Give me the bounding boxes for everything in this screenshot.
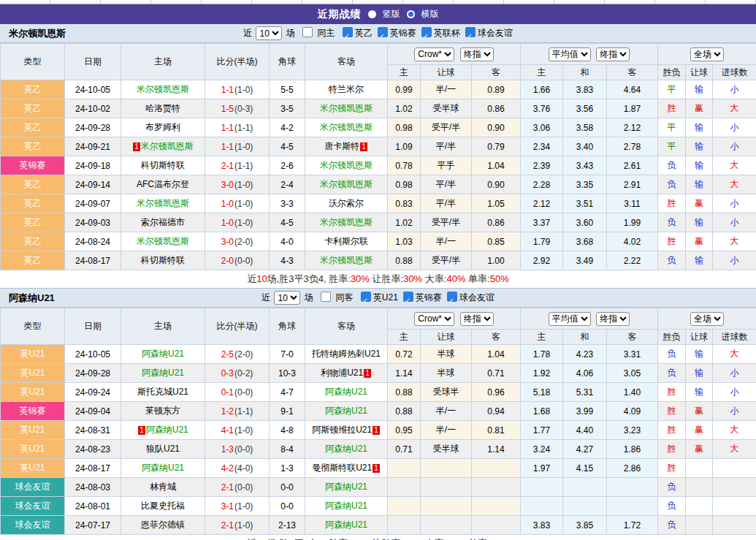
away-team-name[interactable]: 阿斯顿维拉U21 bbox=[312, 425, 372, 435]
league-checkbox[interactable] bbox=[465, 27, 476, 37]
score-cell[interactable]: 1-5(0-3) bbox=[205, 99, 270, 118]
away-team-name[interactable]: 米尔顿凯恩斯 bbox=[320, 103, 373, 113]
avg-home-odds: 3.24 bbox=[521, 440, 563, 459]
score-cell[interactable]: 4-2(4-0) bbox=[205, 459, 270, 478]
avg-draw-odds: 3.99 bbox=[563, 402, 607, 421]
home-team-name[interactable]: 米尔顿凯恩斯 bbox=[137, 84, 189, 94]
home-team-name[interactable]: 科切斯特联 bbox=[141, 160, 185, 170]
score-cell[interactable]: 2-1(0-0) bbox=[205, 478, 270, 497]
home-team-name[interactable]: 斯托克城U21 bbox=[137, 387, 188, 397]
home-team-name[interactable]: 米尔顿凯恩斯 bbox=[141, 141, 194, 151]
handicap-away-odds bbox=[472, 497, 521, 516]
home-team-name[interactable]: 索尔福德市 bbox=[141, 217, 185, 227]
score-cell[interactable]: 2-1(1-0) bbox=[205, 516, 270, 535]
home-team-name[interactable]: 阿森纳U21 bbox=[142, 349, 184, 359]
score-cell[interactable]: 3-0(2-0) bbox=[205, 232, 270, 251]
match-row: 英U2124-09-28阿森纳U210-3(0-2)10-3利物浦U2111.1… bbox=[1, 364, 756, 383]
away-team-name[interactable]: 卡利斯尔联 bbox=[324, 236, 368, 246]
home-team-name[interactable]: 狼队U21 bbox=[146, 444, 180, 454]
corners-cell: 4-7 bbox=[270, 383, 305, 402]
score-cell[interactable]: 1-1(1-1) bbox=[205, 118, 270, 137]
recent-count-select[interactable]: 10 bbox=[256, 26, 282, 40]
home-team-name[interactable]: 米尔顿凯恩斯 bbox=[137, 236, 189, 246]
home-team-name[interactable]: 阿森纳U21 bbox=[142, 368, 184, 378]
avg-away-odds: 3.05 bbox=[607, 364, 658, 383]
score-cell[interactable]: 0-3(0-2) bbox=[205, 364, 270, 383]
away-team-name[interactable]: 阿森纳U21 bbox=[325, 444, 367, 454]
score-cell[interactable]: 3-0(1-0) bbox=[205, 175, 270, 194]
home-team-name[interactable]: 莱顿东方 bbox=[145, 406, 180, 416]
league-checkbox[interactable] bbox=[447, 292, 457, 302]
home-team-name[interactable]: 比夏史托福 bbox=[141, 501, 185, 511]
league-checkbox[interactable] bbox=[403, 292, 413, 302]
avg-home-odds: 3.06 bbox=[521, 118, 563, 137]
league-checkbox[interactable] bbox=[378, 27, 388, 37]
score-cell[interactable]: 1-3(0-0) bbox=[205, 440, 270, 459]
away-team-name[interactable]: 阿森纳U21 bbox=[325, 520, 367, 530]
away-team-name[interactable]: 阿森纳U21 bbox=[325, 501, 367, 511]
away-team-name[interactable]: 米尔顿凯恩斯 bbox=[320, 179, 373, 189]
radio-horizontal-layout[interactable] bbox=[407, 10, 415, 18]
score-cell[interactable]: 2-1(1-1) bbox=[205, 156, 270, 175]
league-checkbox[interactable] bbox=[361, 292, 371, 302]
away-team-name[interactable]: 米尔顿凯恩斯 bbox=[320, 217, 373, 227]
league-badge: 英乙 bbox=[1, 251, 65, 270]
final-odds-select-2[interactable]: 终指 bbox=[596, 312, 630, 326]
home-team-name[interactable]: 林肯城 bbox=[150, 482, 176, 492]
away-team-name[interactable]: 阿森纳U21 bbox=[325, 406, 367, 416]
score-cell[interactable]: 1-0(1-0) bbox=[205, 213, 270, 232]
away-team-name[interactable]: 沃尔索尔 bbox=[329, 198, 364, 208]
result-goals: 大 bbox=[713, 232, 756, 251]
home-team-name[interactable]: 阿森纳U21 bbox=[146, 425, 188, 435]
final-odds-select[interactable]: 终指 bbox=[460, 47, 494, 61]
home-team-name[interactable]: 哈洛贾特 bbox=[145, 103, 180, 113]
bookmaker-select[interactable]: Crow* bbox=[414, 47, 454, 61]
away-team-name[interactable]: 利物浦U21 bbox=[321, 368, 363, 378]
away-team-name[interactable]: 米尔顿凯恩斯 bbox=[320, 160, 373, 170]
home-team-name[interactable]: 米尔顿凯恩斯 bbox=[137, 198, 189, 208]
score-cell[interactable]: 0-1(0-0) bbox=[205, 383, 270, 402]
final-odds-select[interactable]: 终指 bbox=[460, 312, 494, 326]
scope-select[interactable]: 全场 bbox=[690, 47, 724, 61]
average-select[interactable]: 平均值 bbox=[549, 312, 591, 326]
same-venue-checkbox[interactable] bbox=[302, 27, 313, 37]
home-team-name[interactable]: AFC温布尔登 bbox=[137, 179, 189, 189]
away-team-name[interactable]: 托特纳姆热刺U21 bbox=[312, 349, 381, 359]
result-text: 赢 bbox=[695, 198, 703, 208]
score-cell[interactable]: 1-0(1-0) bbox=[205, 194, 270, 213]
home-team-name[interactable]: 布罗姆利 bbox=[145, 122, 180, 132]
away-team-name[interactable]: 特兰米尔 bbox=[329, 84, 364, 94]
away-team-name[interactable]: 唐卡斯特 bbox=[324, 141, 359, 151]
home-team-name[interactable]: 恩菲尔德镇 bbox=[141, 520, 185, 530]
handicap-away-odds: 0.71 bbox=[472, 364, 521, 383]
score-cell[interactable]: 2-5(2-0) bbox=[205, 345, 270, 364]
home-team-name[interactable]: 科切斯特联 bbox=[141, 255, 185, 265]
league-checkbox[interactable] bbox=[421, 27, 432, 37]
away-team-name[interactable]: 阿森纳U21 bbox=[325, 482, 367, 492]
score-cell[interactable]: 1-2(1-1) bbox=[205, 402, 270, 421]
bookmaker-select[interactable]: Crow* bbox=[414, 312, 454, 326]
league-checkbox[interactable] bbox=[343, 27, 353, 37]
average-select[interactable]: 平均值 bbox=[549, 47, 591, 61]
score-cell[interactable]: 2-0(0-0) bbox=[205, 251, 270, 270]
col-avg-home: 主 bbox=[521, 330, 563, 345]
scope-select[interactable]: 全场 bbox=[690, 312, 724, 326]
score-cell[interactable]: 1-1(1-0) bbox=[205, 137, 270, 156]
away-team-name[interactable]: 米尔顿凯恩斯 bbox=[320, 122, 373, 132]
fulltime-score: 3-0 bbox=[221, 180, 234, 190]
match-date: 24-08-24 bbox=[65, 232, 121, 251]
score-cell[interactable]: 4-1(1-0) bbox=[205, 421, 270, 440]
handicap-line: 半/一 bbox=[421, 421, 472, 440]
final-odds-select-2[interactable]: 终指 bbox=[596, 47, 630, 61]
away-team-name[interactable]: 阿森纳U21 bbox=[325, 387, 367, 397]
home-team-name[interactable]: 阿森纳U21 bbox=[142, 463, 184, 473]
fulltime-score: 2-1 bbox=[221, 482, 234, 493]
match-row: 英乙24-09-211米尔顿凯恩斯1-1(1-0)4-5唐卡斯特11.09平/半… bbox=[1, 137, 756, 156]
score-cell[interactable]: 3-1(1-0) bbox=[205, 497, 270, 516]
away-team-name[interactable]: 曼彻斯特联U21 bbox=[312, 463, 372, 473]
recent-count-select[interactable]: 10 bbox=[274, 291, 300, 305]
same-venue-checkbox[interactable] bbox=[321, 292, 331, 302]
radio-vertical-layout[interactable] bbox=[368, 10, 376, 18]
away-team-name[interactable]: 米尔顿凯恩斯 bbox=[320, 255, 373, 265]
score-cell[interactable]: 1-1(1-0) bbox=[205, 80, 270, 99]
